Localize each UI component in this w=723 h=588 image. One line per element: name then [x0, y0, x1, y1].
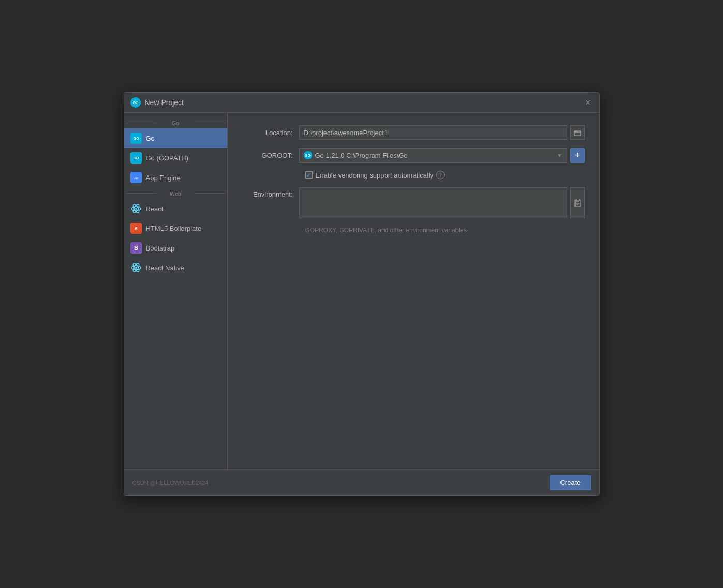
- clipboard-button[interactable]: [570, 187, 585, 218]
- environment-textarea[interactable]: [299, 187, 567, 218]
- sidebar-item-appengine-label: App Engine: [146, 174, 181, 182]
- help-icon[interactable]: ?: [436, 171, 445, 179]
- new-project-dialog: GO New Project × Go GO Go: [124, 92, 600, 496]
- environment-row: Environment:: [242, 187, 585, 218]
- goroot-add-button[interactable]: +: [570, 148, 585, 163]
- sidebar-item-go-label: Go: [146, 135, 155, 142]
- go-path-icon: GO: [130, 152, 142, 164]
- html5-icon: 5: [130, 223, 142, 234]
- sidebar-item-appengine[interactable]: AE App Engine: [124, 168, 227, 187]
- location-label: Location:: [242, 129, 299, 137]
- location-row: Location:: [242, 125, 585, 140]
- dialog-content: Go GO Go GO Go (G: [124, 113, 599, 469]
- titlebar-left: GO New Project: [130, 97, 184, 108]
- vendoring-label[interactable]: Enable vendoring support automatically ?: [305, 171, 445, 179]
- environment-hint: GOPROXY, GOPRIVATE, and other environmen…: [242, 227, 585, 234]
- location-input[interactable]: [299, 125, 567, 140]
- sidebar-item-bootstrap-label: Bootstrap: [146, 244, 175, 252]
- go-icon: GO: [130, 133, 142, 144]
- sidebar-section-web: Web: [124, 187, 227, 199]
- react-native-icon: [130, 262, 142, 273]
- goroot-row: GOROOT: GO Go 1.21.0 C:\Program Files\Go…: [242, 148, 585, 163]
- goroot-label: GOROOT:: [242, 152, 299, 159]
- sidebar-section-go: Go: [124, 117, 227, 128]
- chevron-down-icon: ▼: [557, 153, 563, 158]
- vendoring-row: Enable vendoring support automatically ?: [242, 171, 585, 179]
- watermark: CSDN @HELLOWORLD2424: [132, 480, 209, 486]
- environment-label: Environment:: [242, 190, 299, 198]
- sidebar-item-react-native[interactable]: React Native: [124, 258, 227, 277]
- svg-text:5: 5: [135, 226, 137, 231]
- appengine-icon: AE: [130, 172, 142, 183]
- goroot-select[interactable]: GO Go 1.21.0 C:\Program Files\Go ▼: [299, 148, 567, 163]
- sidebar-item-bootstrap[interactable]: B Bootstrap: [124, 238, 227, 258]
- svg-text:GO: GO: [133, 156, 139, 160]
- goroot-select-left: GO Go 1.21.0 C:\Program Files\Go: [304, 151, 408, 159]
- svg-point-11: [135, 208, 137, 210]
- create-button[interactable]: Create: [550, 475, 591, 490]
- sidebar-item-react[interactable]: React: [124, 199, 227, 218]
- svg-text:AE: AE: [134, 177, 138, 180]
- sidebar-item-react-native-label: React Native: [146, 264, 184, 272]
- dialog-title: New Project: [145, 98, 184, 107]
- vendoring-checkbox[interactable]: [305, 171, 313, 179]
- location-browse-button[interactable]: [570, 125, 585, 140]
- sidebar-item-react-label: React: [146, 205, 164, 213]
- close-button[interactable]: ×: [583, 97, 593, 108]
- main-form: Location: GOROOT:: [228, 113, 599, 469]
- svg-rect-22: [576, 199, 579, 201]
- svg-text:GO: GO: [133, 137, 139, 140]
- titlebar: GO New Project ×: [124, 93, 599, 113]
- sidebar-item-gopath[interactable]: GO Go (GOPATH): [124, 148, 227, 168]
- goroot-select-wrapper: GO Go 1.21.0 C:\Program Files\Go ▼ +: [299, 148, 585, 163]
- bottom-bar: CSDN @HELLOWORLD2424 Create: [124, 469, 599, 495]
- sidebar-item-gopath-label: Go (GOPATH): [146, 154, 189, 162]
- vendoring-text: Enable vendoring support automatically: [316, 171, 434, 179]
- svg-text:B: B: [134, 245, 138, 251]
- app-icon: GO: [130, 97, 141, 108]
- sidebar-item-html5-label: HTML5 Boilerplate: [146, 225, 202, 232]
- svg-text:GO: GO: [132, 101, 138, 105]
- sidebar-item-go[interactable]: GO Go: [124, 128, 227, 148]
- go-icon-small: GO: [304, 151, 312, 159]
- sidebar: Go GO Go GO Go (G: [124, 113, 228, 469]
- location-input-wrapper: [299, 125, 585, 140]
- environment-input-wrapper: [299, 187, 585, 218]
- goroot-value: Go 1.21.0 C:\Program Files\Go: [315, 152, 408, 159]
- svg-point-19: [135, 267, 137, 269]
- sidebar-item-html5[interactable]: 5 HTML5 Boilerplate: [124, 218, 227, 238]
- react-icon: [130, 203, 142, 214]
- bootstrap-icon: B: [130, 242, 142, 254]
